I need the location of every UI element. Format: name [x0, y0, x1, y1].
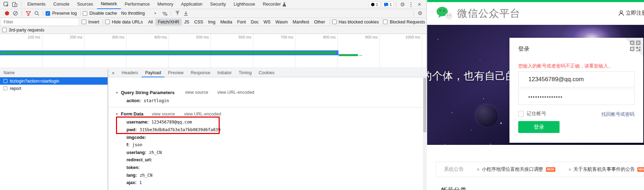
login-heading: 登录: [518, 45, 529, 53]
filter-type-css[interactable]: CSS: [192, 19, 206, 26]
scrollbar-thumb[interactable]: [423, 78, 426, 132]
network-conditions-icon[interactable]: [160, 9, 169, 17]
view-source-link[interactable]: view source: [185, 90, 208, 95]
divider: [43, 11, 43, 16]
tab-memory[interactable]: Memory: [153, 0, 177, 9]
third-party-checkbox[interactable]: 3rd-party requests: [2, 28, 44, 33]
forgot-account-link[interactable]: 找回帐号或密码: [602, 111, 635, 118]
network-settings-gear-icon[interactable]: ⚙: [416, 9, 424, 17]
tab-application[interactable]: Application: [177, 0, 206, 9]
filter-input[interactable]: [1, 19, 78, 25]
param-row-imgcode: imgcode:: [116, 134, 423, 141]
screen: Elements Console Sources Network Perform…: [0, 0, 644, 190]
filter-type-manifest[interactable]: Manifest: [290, 19, 311, 26]
wechat-logo: [436, 6, 453, 21]
login-button[interactable]: 登录: [518, 121, 560, 133]
tab-preview[interactable]: Preview: [164, 69, 187, 77]
tab-recorder[interactable]: Recorder: [259, 0, 290, 9]
view-source-link[interactable]: view source: [152, 112, 175, 117]
filter-type-all[interactable]: All: [145, 19, 155, 26]
query-string-section-header[interactable]: ▾ Query String Parameters view source vi…: [116, 88, 423, 97]
issues-count-badge[interactable]: 1: [382, 1, 394, 8]
filter-funnel-icon[interactable]: [24, 9, 33, 17]
settings-gear-icon[interactable]: ⚙: [398, 1, 407, 8]
invert-checkbox[interactable]: Invert: [82, 20, 99, 24]
tab-timing[interactable]: Timing: [235, 69, 255, 77]
waterfall-bar-selected[interactable]: [0, 50, 338, 55]
divider: [330, 19, 330, 24]
form-data-section-header[interactable]: ▾ Form Data view source view URL-encoded: [116, 110, 423, 119]
device-toolbar-icon[interactable]: [11, 1, 19, 8]
throttling-dropdown[interactable]: No throttling ▼: [121, 11, 157, 16]
import-har-icon[interactable]: [173, 9, 181, 17]
details-scrollbar[interactable]: [423, 77, 427, 190]
disclosure-triangle-icon[interactable]: ▾: [116, 112, 121, 116]
tab-lighthouse[interactable]: Lighthouse: [230, 0, 259, 9]
has-blocked-cookies-label: Has blocked cookies: [339, 20, 379, 24]
checkbox-unchecked-icon: [2, 28, 7, 32]
filter-type-other[interactable]: Other: [311, 19, 327, 26]
request-row-report[interactable]: report: [0, 85, 108, 92]
view-url-encoded-link[interactable]: view URL-encoded: [217, 90, 254, 95]
inspect-element-icon[interactable]: [2, 1, 11, 8]
filter-type-font[interactable]: Font: [235, 19, 248, 26]
announcement-item-2[interactable]: 关于东航客机失事事件的公告 NEW: [569, 166, 644, 173]
param-key: userlang:: [126, 150, 146, 155]
param-row-username: username: 123456789@qq.com: [116, 119, 423, 126]
timeline-tick: 1000 ms: [380, 34, 422, 68]
view-url-encoded-link[interactable]: view URL-encoded: [184, 112, 221, 117]
filter-type-js[interactable]: JS: [182, 19, 192, 26]
announcement-item-1[interactable]: 小程序地理位置相关接口调整 NEW: [477, 166, 555, 173]
search-icon[interactable]: [33, 9, 41, 17]
tab-initiator[interactable]: Initiator: [214, 69, 235, 77]
blocked-requests-label: Blocked Requests: [390, 20, 425, 24]
record-icon[interactable]: [3, 9, 11, 17]
preserve-log-checkbox[interactable]: ✓ Preserve log: [46, 11, 77, 16]
tab-security[interactable]: Security: [206, 0, 230, 9]
remember-account-checkbox[interactable]: 记住帐号: [518, 111, 546, 117]
hide-data-urls-checkbox[interactable]: Hide data URLs: [105, 20, 143, 24]
blocked-requests-checkbox[interactable]: Blocked Requests: [383, 20, 425, 24]
disable-cache-checkbox[interactable]: Disable cache: [83, 11, 117, 16]
file-icon: [4, 86, 7, 90]
error-count-badge[interactable]: 1: [369, 1, 380, 8]
bullet-dot-icon: [477, 168, 479, 171]
export-har-icon[interactable]: [181, 9, 190, 17]
param-key: f:: [126, 142, 129, 147]
clear-icon[interactable]: [11, 9, 20, 17]
tab-console[interactable]: Console: [49, 0, 73, 9]
disclosure-triangle-icon[interactable]: ▾: [116, 91, 121, 94]
tab-network[interactable]: Network: [97, 0, 121, 9]
waterfall-bar-report[interactable]: [338, 54, 358, 56]
flask-icon: [282, 2, 286, 7]
qr-login-icon[interactable]: [630, 40, 641, 51]
param-key: pwd:: [126, 127, 137, 132]
tab-headers[interactable]: Headers: [118, 69, 142, 77]
close-details-icon[interactable]: ×: [108, 70, 118, 76]
has-blocked-cookies-checkbox[interactable]: Has blocked cookies: [332, 20, 379, 24]
network-overview[interactable]: 100 ms 200 ms 300 ms 400 ms 500 ms 600 m…: [0, 34, 426, 68]
tab-sources[interactable]: Sources: [73, 0, 97, 9]
close-devtools-icon[interactable]: ×: [415, 1, 424, 8]
divider: [171, 11, 171, 16]
tab-elements[interactable]: Elements: [23, 0, 49, 9]
request-row-bizlogin[interactable]: bizlogin?action=startlogin: [0, 77, 108, 85]
person-icon: [618, 10, 624, 16]
kebab-menu-icon[interactable]: ⋮: [407, 1, 415, 8]
filter-type-ws[interactable]: WS: [261, 19, 273, 26]
tab-cookies[interactable]: Cookies: [255, 69, 278, 77]
tab-performance[interactable]: Performance: [121, 0, 154, 9]
filter-type-doc[interactable]: Doc: [248, 19, 261, 26]
register-link[interactable]: 立即注册: [618, 10, 644, 16]
account-input[interactable]: [518, 71, 635, 87]
error-count: 1: [376, 2, 378, 7]
name-column-header[interactable]: Name: [0, 69, 108, 77]
filter-type-wasm[interactable]: Wasm: [273, 19, 290, 26]
tab-response[interactable]: Response: [187, 69, 214, 77]
filter-type-img[interactable]: Img: [206, 19, 218, 26]
filter-type-media[interactable]: Media: [218, 19, 235, 26]
filter-type-fetch-xhr[interactable]: Fetch/XHR: [155, 19, 181, 26]
password-input[interactable]: •••••••••••••••: [518, 89, 635, 105]
param-key: redirect_url:: [126, 157, 152, 162]
tab-payload[interactable]: Payload: [142, 69, 164, 77]
